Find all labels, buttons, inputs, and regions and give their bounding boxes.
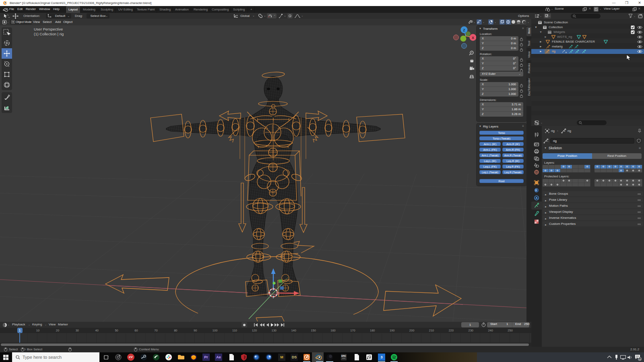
svg-text:Z: Z xyxy=(463,28,465,32)
svg-text:EPIC: EPIC xyxy=(341,355,346,357)
svg-text:X: X xyxy=(472,36,474,40)
svg-text:11: 11 xyxy=(638,358,641,360)
